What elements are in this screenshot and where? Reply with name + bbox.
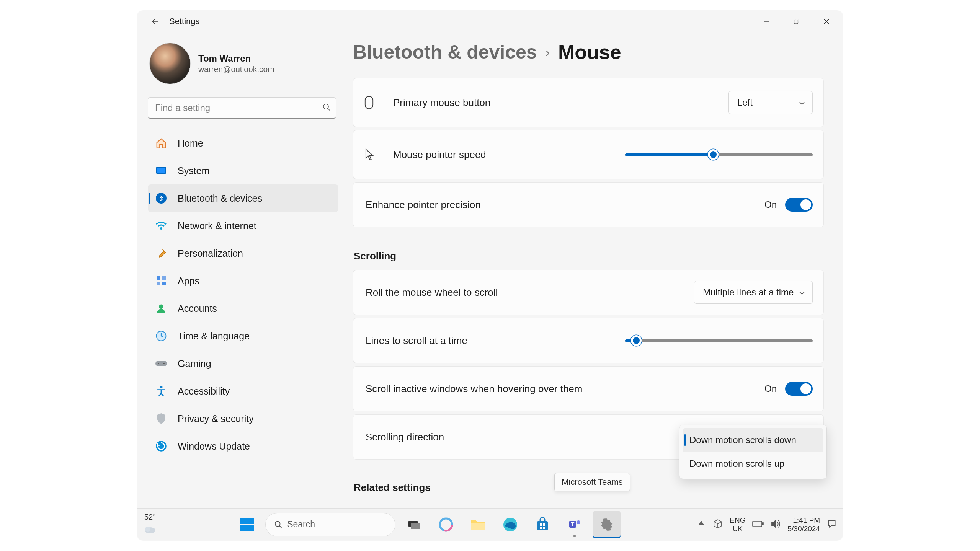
profile-name: Tom Warren [198, 53, 274, 64]
svg-point-45 [577, 520, 580, 524]
nav-privacy-security[interactable]: Privacy & security [148, 405, 338, 432]
slider-thumb[interactable] [708, 149, 719, 160]
task-view-icon[interactable] [400, 511, 428, 538]
minimize-button[interactable] [752, 13, 782, 30]
weather-widget[interactable]: 52° [143, 513, 157, 536]
system-icon [155, 164, 168, 177]
nav-windows-update[interactable]: Windows Update [148, 432, 338, 460]
accessibility-icon [155, 385, 168, 398]
nav-accessibility[interactable]: Accessibility [148, 377, 338, 405]
nav-personalization[interactable]: Personalization [148, 240, 338, 267]
dropdown-option[interactable]: Down motion scrolls down [683, 428, 823, 452]
cube-icon[interactable] [713, 519, 723, 530]
search-box[interactable] [148, 97, 336, 119]
toggle-state: On [764, 383, 777, 394]
taskbar: 52° Search T ENG UK [137, 508, 843, 540]
pointer-speed-slider[interactable] [625, 151, 813, 158]
battery-icon[interactable] [752, 520, 764, 529]
nav-label: Time & language [178, 331, 250, 342]
setting-label: Lines to scroll at a time [364, 335, 625, 347]
search-input[interactable] [155, 103, 322, 113]
close-button[interactable] [812, 13, 841, 30]
dropdown-value: Multiple lines at a time [703, 287, 794, 298]
start-button[interactable] [233, 511, 261, 538]
breadcrumb-parent[interactable]: Bluetooth & devices [353, 41, 537, 63]
pointer-speed-row: Mouse pointer speed [353, 130, 824, 179]
brush-icon [155, 247, 168, 260]
file-explorer-icon[interactable] [464, 511, 492, 538]
svg-rect-8 [157, 168, 165, 173]
scroll-inactive-row: Scroll inactive windows when hovering ov… [353, 366, 824, 411]
setting-label: Primary mouse button [382, 97, 728, 109]
back-button[interactable] [149, 15, 162, 28]
language-indicator[interactable]: ENG UK [730, 516, 745, 533]
nav-apps[interactable]: Apps [148, 267, 338, 295]
setting-label: Mouse pointer speed [382, 149, 625, 161]
notifications-icon[interactable] [827, 519, 837, 530]
maximize-button[interactable] [782, 13, 812, 30]
lines-scroll-row: Lines to scroll at a time [353, 318, 824, 363]
nav-label: Home [178, 138, 203, 149]
nav-bluetooth-devices[interactable]: Bluetooth & devices [148, 184, 338, 212]
content-area: Bluetooth & devices › Mouse Primary mous… [344, 29, 843, 508]
svg-rect-2 [794, 20, 798, 24]
nav-label: Apps [178, 276, 199, 287]
profile-block[interactable]: Tom Warren warren@outlook.com [148, 40, 338, 96]
nav-label: System [178, 165, 209, 176]
toggle-state: On [764, 199, 777, 210]
scroll-inactive-toggle[interactable] [785, 382, 813, 396]
roll-wheel-row: Roll the mouse wheel to scroll Multiple … [353, 270, 824, 315]
setting-label: Enhance pointer precision [364, 199, 764, 211]
settings-window: Settings Tom Warren warren@outlook.com [137, 11, 843, 540]
svg-point-25 [145, 527, 150, 532]
lines-scroll-slider[interactable] [625, 337, 813, 344]
svg-rect-39 [540, 523, 542, 526]
nav-network[interactable]: Network & internet [148, 212, 338, 240]
svg-rect-14 [162, 282, 166, 285]
svg-point-19 [163, 363, 165, 364]
settings-taskbar-icon[interactable] [593, 511, 621, 538]
nav-label: Gaming [178, 358, 211, 369]
nav-gaming[interactable]: Gaming [148, 350, 338, 377]
chevron-down-icon [799, 287, 805, 298]
search-icon[interactable] [322, 103, 331, 113]
store-icon[interactable] [529, 511, 556, 538]
roll-wheel-dropdown[interactable]: Multiple lines at a time [694, 281, 813, 304]
setting-label: Roll the mouse wheel to scroll [364, 287, 694, 298]
nav-time-language[interactable]: Time & language [148, 322, 338, 350]
edge-icon[interactable] [497, 511, 524, 538]
nav-home[interactable]: Home [148, 129, 338, 157]
window-controls [752, 13, 841, 30]
nav-label: Personalization [178, 248, 243, 259]
chevron-right-icon: › [546, 45, 550, 60]
nav-system[interactable]: System [148, 157, 338, 184]
svg-rect-29 [247, 525, 254, 531]
volume-icon[interactable] [771, 519, 781, 530]
nav-accounts[interactable]: Accounts [148, 295, 338, 322]
svg-text:T: T [571, 521, 575, 527]
gamepad-icon [155, 357, 168, 370]
copilot-icon[interactable] [432, 511, 460, 538]
weather-temp: 52° [144, 513, 156, 522]
enhance-precision-toggle[interactable] [785, 198, 813, 212]
svg-point-30 [275, 521, 280, 526]
teams-icon[interactable]: T [561, 511, 588, 538]
primary-button-dropdown[interactable]: Left [728, 91, 813, 114]
svg-point-20 [160, 386, 163, 388]
nav-label: Windows Update [178, 441, 250, 452]
svg-point-18 [158, 363, 159, 364]
tooltip: Microsoft Teams [554, 473, 630, 491]
clock[interactable]: 1:41 PM 5/30/2024 [787, 516, 820, 533]
slider-thumb[interactable] [631, 335, 642, 346]
tray-chevron-icon[interactable] [697, 519, 706, 530]
svg-rect-48 [762, 523, 763, 525]
chevron-down-icon [799, 97, 805, 108]
nav-label: Network & internet [178, 220, 256, 231]
dropdown-option[interactable]: Down motion scrolls up [683, 452, 823, 476]
taskbar-search[interactable]: Search [265, 513, 395, 536]
wifi-icon [155, 219, 168, 232]
nav-label: Accessibility [178, 386, 230, 397]
svg-rect-47 [753, 521, 762, 527]
svg-rect-40 [543, 523, 545, 526]
search-placeholder: Search [287, 519, 315, 530]
